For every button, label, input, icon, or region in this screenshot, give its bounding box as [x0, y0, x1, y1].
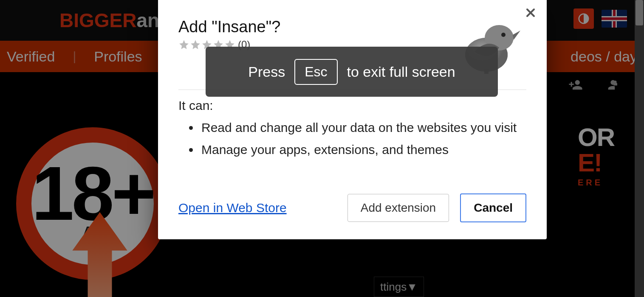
arrow-pointer-icon — [72, 212, 127, 297]
slogan-emphasis: BIGGER — [59, 9, 136, 32]
vertical-scrollbar[interactable] — [635, 0, 644, 297]
toast-text-before: Press — [248, 64, 285, 80]
svg-marker-0 — [72, 212, 127, 297]
permissions-list: Read and change all your data on the web… — [200, 120, 526, 157]
cancel-button[interactable]: Cancel — [460, 193, 526, 222]
permission-item: Read and change all your data on the web… — [200, 120, 526, 135]
nav-profiles[interactable]: Profiles — [94, 48, 142, 65]
lock-user-icon[interactable] — [606, 78, 620, 94]
contrast-icon[interactable] — [573, 8, 594, 29]
extension-install-dialog: Add "Insane"? (0) It can: Read and cha — [158, 0, 547, 239]
nav-verified[interactable]: Verified — [7, 48, 55, 65]
nav-right-text: deos / day — [571, 48, 637, 65]
language-flag-icon[interactable] — [602, 10, 627, 28]
dialog-button-row: Open in Web Store Add extension Cancel — [178, 193, 526, 222]
svg-marker-6 — [513, 31, 520, 40]
fullscreen-exit-toast: Press Esc to exit full screen — [206, 47, 498, 97]
star-icon — [190, 39, 201, 50]
permissions-heading: It can: — [178, 98, 526, 113]
nav-separator: | — [73, 49, 76, 64]
toast-text-after: to exit full screen — [347, 64, 455, 80]
add-user-icon[interactable] — [568, 78, 583, 94]
top-right-icons — [573, 8, 627, 29]
close-icon[interactable] — [524, 6, 537, 20]
scrollbar-thumb[interactable] — [636, 0, 643, 25]
settings-chip-label: ttings▼ — [380, 280, 418, 294]
open-webstore-link[interactable]: Open in Web Store — [178, 201, 287, 215]
star-icon — [178, 39, 189, 50]
esc-key-icon: Esc — [294, 59, 337, 85]
svg-point-5 — [501, 33, 506, 37]
add-extension-button[interactable]: Add extension — [347, 194, 449, 222]
permission-item: Manage your apps, extensions, and themes — [200, 143, 526, 157]
settings-chip[interactable]: ttings▼ — [374, 277, 424, 297]
